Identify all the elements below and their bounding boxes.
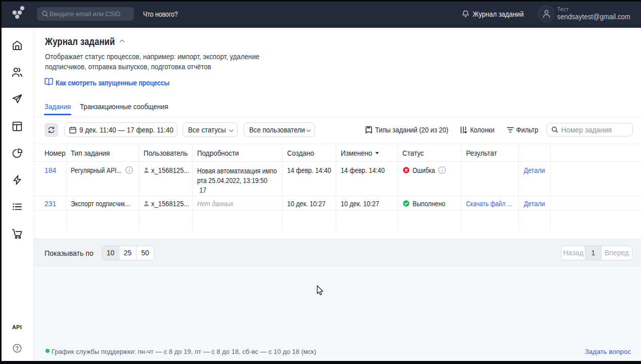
svg-text:i: i [441,168,443,173]
svg-text:i: i [128,168,130,173]
